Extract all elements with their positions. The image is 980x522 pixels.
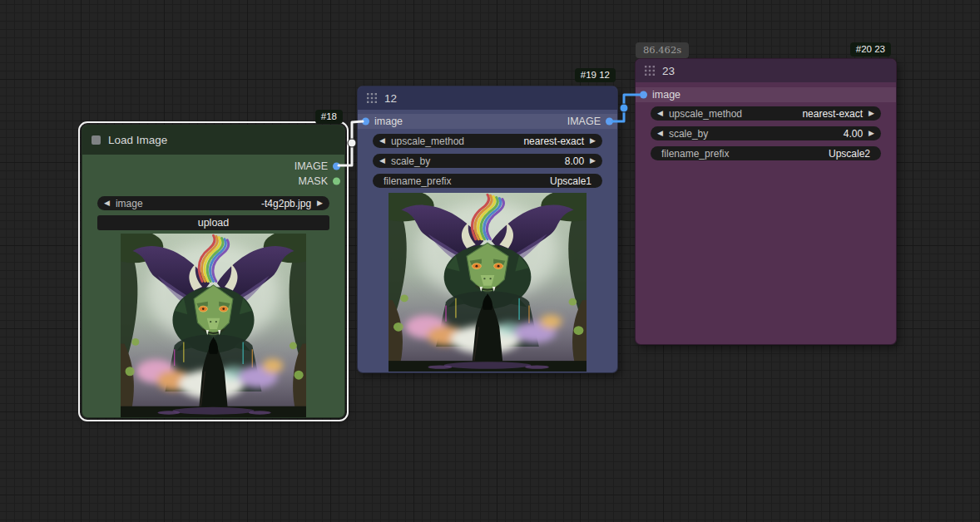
node-title: 23 bbox=[662, 65, 675, 77]
increment-arrow-icon[interactable]: ▶ bbox=[317, 199, 323, 207]
widget-filename-prefix[interactable]: filename_prefix Upscale2 bbox=[651, 146, 881, 160]
graph-canvas[interactable]: #18 Load Image IMAGE MASK ◀ image -t4g2p… bbox=[0, 0, 980, 522]
link-midpoint-dot[interactable] bbox=[620, 104, 628, 112]
widget-scale-by[interactable]: ◀ scale_by 4.00 ▶ bbox=[651, 126, 881, 140]
node-title: Load Image bbox=[108, 134, 167, 146]
node-id-badge: #20 23 bbox=[850, 42, 891, 57]
widget-label: upscale_method bbox=[391, 135, 464, 147]
widget-upscale-method[interactable]: ◀ upscale_method nearest-exact ▶ bbox=[651, 106, 881, 121]
widget-filename-prefix[interactable]: filename_prefix Upscale1 bbox=[373, 174, 602, 188]
node-upscale-23[interactable]: 86.462s #20 23 23 image ◀ upscale_method… bbox=[635, 58, 897, 345]
image-preview bbox=[121, 234, 306, 417]
node-title: 12 bbox=[384, 92, 397, 105]
slot-row: image IMAGE bbox=[358, 114, 617, 129]
input-slot-label: image bbox=[652, 89, 681, 101]
decrement-arrow-icon[interactable]: ◀ bbox=[104, 199, 110, 207]
widget-value: nearest-exact bbox=[523, 135, 584, 147]
output-slot-image: IMAGE bbox=[82, 159, 344, 174]
image-output-dot[interactable] bbox=[606, 118, 613, 126]
output-slot-label: IMAGE bbox=[567, 116, 601, 127]
mask-output-dot[interactable] bbox=[333, 178, 340, 185]
increment-arrow-icon[interactable]: ▶ bbox=[869, 130, 874, 137]
widget-label: image bbox=[116, 198, 143, 209]
node-header[interactable]: 12 bbox=[358, 86, 617, 110]
node-header[interactable]: Load Image bbox=[82, 126, 344, 155]
widget-scale-by[interactable]: ◀ scale_by 8.00 ▶ bbox=[373, 154, 602, 168]
runtime-badge: 86.462s bbox=[636, 42, 689, 58]
node-load-image[interactable]: #18 Load Image IMAGE MASK ◀ image -t4g2p… bbox=[82, 125, 345, 418]
widget-value: 8.00 bbox=[565, 155, 584, 167]
widget-value: Upscale1 bbox=[550, 175, 591, 187]
upload-button[interactable]: upload bbox=[97, 215, 329, 230]
widget-upscale-method[interactable]: ◀ upscale_method nearest-exact ▶ bbox=[373, 134, 602, 148]
decrement-arrow-icon[interactable]: ◀ bbox=[379, 157, 385, 165]
slot-row: image bbox=[636, 87, 896, 102]
increment-arrow-icon[interactable]: ▶ bbox=[869, 110, 874, 117]
decrement-arrow-icon[interactable]: ◀ bbox=[379, 137, 385, 145]
collapse-button[interactable] bbox=[92, 135, 101, 145]
widget-label: scale_by bbox=[391, 155, 430, 167]
node-header[interactable]: 23 bbox=[636, 59, 896, 82]
decrement-arrow-icon[interactable]: ◀ bbox=[657, 110, 663, 117]
widget-value: nearest-exact bbox=[802, 108, 863, 120]
decrement-arrow-icon[interactable]: ◀ bbox=[657, 130, 663, 137]
widget-label: scale_by bbox=[669, 128, 708, 140]
input-slot-label: image bbox=[374, 116, 403, 127]
widget-label: upscale_method bbox=[669, 108, 742, 120]
image-output-dot[interactable] bbox=[333, 163, 340, 170]
increment-arrow-icon[interactable]: ▶ bbox=[590, 157, 596, 165]
output-slot-mask: MASK bbox=[82, 174, 344, 189]
node-id-badge: #18 bbox=[315, 110, 343, 124]
widget-image-combo[interactable]: ◀ image -t4g2pb.jpg ▶ bbox=[97, 196, 329, 210]
image-input-dot[interactable] bbox=[640, 91, 647, 99]
widget-value: Upscale2 bbox=[829, 148, 870, 160]
output-slot-label: IMAGE bbox=[294, 160, 328, 172]
increment-arrow-icon[interactable]: ▶ bbox=[590, 137, 596, 145]
grid-icon bbox=[367, 93, 377, 103]
image-preview bbox=[389, 193, 587, 372]
widget-value: -t4g2pb.jpg bbox=[261, 198, 311, 209]
node-upscale-12[interactable]: #19 12 12 image IMAGE ◀ upscale_method n… bbox=[357, 86, 618, 373]
output-slot-label: MASK bbox=[299, 175, 328, 187]
node-id-badge: #19 12 bbox=[575, 68, 616, 82]
widget-label: filename_prefix bbox=[384, 175, 451, 187]
widget-value: 4.00 bbox=[844, 128, 863, 140]
widget-label: filename_prefix bbox=[661, 148, 729, 160]
link-midpoint-dot[interactable] bbox=[348, 139, 356, 147]
image-input-dot[interactable] bbox=[362, 118, 369, 126]
grid-icon bbox=[645, 66, 655, 76]
